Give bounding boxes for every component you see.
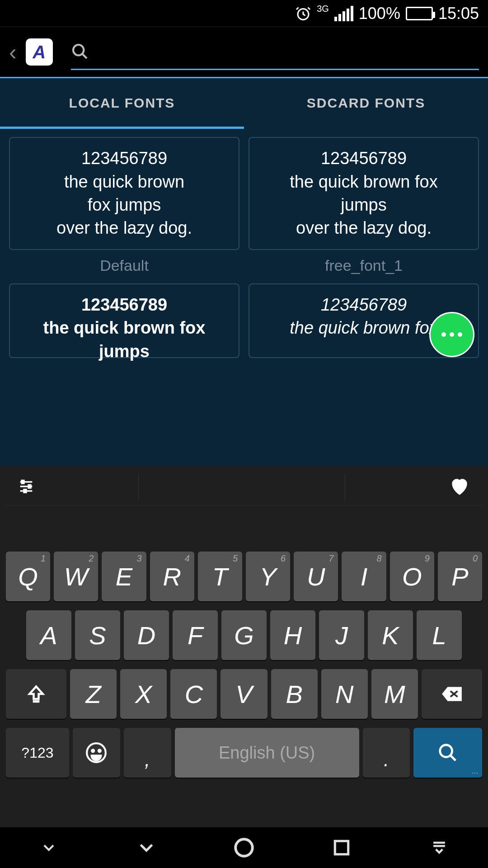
nav-back[interactable] <box>133 834 160 861</box>
key-v[interactable]: V <box>221 669 267 719</box>
tab-local-fonts[interactable]: LOCAL FONTS <box>0 78 244 128</box>
svg-rect-18 <box>335 841 348 854</box>
svg-point-17 <box>235 839 253 856</box>
svg-point-1 <box>73 45 84 55</box>
key-c[interactable]: C <box>170 669 217 719</box>
key-d[interactable]: D <box>124 610 169 660</box>
nav-hide-keyboard[interactable] <box>35 834 62 861</box>
key-x[interactable]: X <box>120 669 167 719</box>
nav-menu[interactable] <box>426 834 453 861</box>
back-button[interactable]: ‹ <box>9 39 17 65</box>
font-name-label: Default <box>100 257 149 274</box>
key-e[interactable]: E3 <box>102 552 146 601</box>
key-f[interactable]: F <box>173 610 218 660</box>
tab-sdcard-fonts[interactable]: SDCARD FONTS <box>244 78 488 128</box>
font-preview: 123456789 the quick brown fox jumps <box>9 283 239 358</box>
key-h[interactable]: H <box>270 610 315 660</box>
svg-rect-8 <box>24 489 26 492</box>
svg-line-16 <box>450 755 456 761</box>
svg-rect-6 <box>22 480 24 483</box>
font-slot-free-font-1[interactable]: 123456789 the quick brown fox jumps over… <box>249 137 479 274</box>
key-k[interactable]: K <box>368 610 413 660</box>
alarm-icon <box>295 5 311 22</box>
key-s[interactable]: S <box>75 610 120 660</box>
key-i[interactable]: I8 <box>342 552 386 601</box>
comma-key[interactable]: , <box>124 728 171 778</box>
app-icon[interactable]: A <box>26 38 53 66</box>
font-slot-3[interactable]: 123456789 the quick brown fox jumps <box>9 283 239 358</box>
content-area: LOCAL FONTS SDCARD FONTS 123456789 the q… <box>0 77 488 466</box>
app-header: ‹ A <box>0 27 488 77</box>
fab-more-button[interactable] <box>429 312 474 357</box>
key-u[interactable]: U7 <box>294 552 338 601</box>
key-q[interactable]: Q1 <box>6 552 50 601</box>
nav-home[interactable] <box>230 834 258 861</box>
network-type: 3G <box>317 4 329 14</box>
signal-icon <box>334 6 353 21</box>
key-p[interactable]: P0 <box>438 552 482 601</box>
period-key[interactable]: . <box>363 728 410 778</box>
key-l[interactable]: L <box>417 610 462 660</box>
font-preview: 123456789 the quick brown fox jumps over… <box>9 137 239 250</box>
heart-icon[interactable] <box>448 475 471 500</box>
status-bar: 3G 100% 15:05 <box>0 0 488 27</box>
search-action-key[interactable]: ... <box>413 728 482 778</box>
keyboard: Q1W2E3R4T5Y6U7I8O9P0 ASDFGHJKL ZXCVBNM ?… <box>0 466 488 827</box>
tabs: LOCAL FONTS SDCARD FONTS <box>0 78 488 128</box>
svg-rect-7 <box>28 485 31 488</box>
search-input[interactable] <box>71 34 479 70</box>
font-name-label: free_font_1 <box>325 257 403 274</box>
emoji-key[interactable] <box>73 728 120 778</box>
key-n[interactable]: N <box>321 669 368 719</box>
backspace-key[interactable] <box>422 669 482 719</box>
svg-point-14 <box>99 750 101 752</box>
key-m[interactable]: M <box>371 669 418 719</box>
navigation-bar <box>0 827 488 868</box>
key-y[interactable]: Y6 <box>246 552 290 601</box>
search-icon <box>71 42 89 61</box>
nav-recent[interactable] <box>328 834 355 861</box>
font-preview: 123456789 the quick brown fox jumps over… <box>249 137 479 250</box>
font-grid: 123456789 the quick brown fox jumps over… <box>0 128 488 367</box>
battery-icon <box>406 7 433 20</box>
clock: 15:05 <box>438 4 479 23</box>
keyboard-toolbar <box>4 469 484 505</box>
key-w[interactable]: W2 <box>54 552 98 601</box>
key-g[interactable]: G <box>221 610 267 660</box>
key-a[interactable]: A <box>26 610 71 660</box>
svg-point-15 <box>440 745 452 757</box>
key-b[interactable]: B <box>271 669 318 719</box>
spacebar-key[interactable]: English (US) <box>175 728 359 778</box>
key-r[interactable]: R4 <box>150 552 194 601</box>
key-z[interactable]: Z <box>70 669 117 719</box>
keyboard-settings-icon[interactable] <box>17 477 35 497</box>
svg-line-2 <box>82 54 87 58</box>
svg-point-13 <box>92 750 94 752</box>
battery-percent: 100% <box>359 4 400 23</box>
shift-key[interactable] <box>6 669 66 719</box>
key-t[interactable]: T5 <box>198 552 242 601</box>
key-j[interactable]: J <box>319 610 364 660</box>
symbols-key[interactable]: ?123 <box>6 728 69 778</box>
key-o[interactable]: O9 <box>390 552 434 601</box>
font-slot-default[interactable]: 123456789 the quick brown fox jumps over… <box>9 137 239 274</box>
